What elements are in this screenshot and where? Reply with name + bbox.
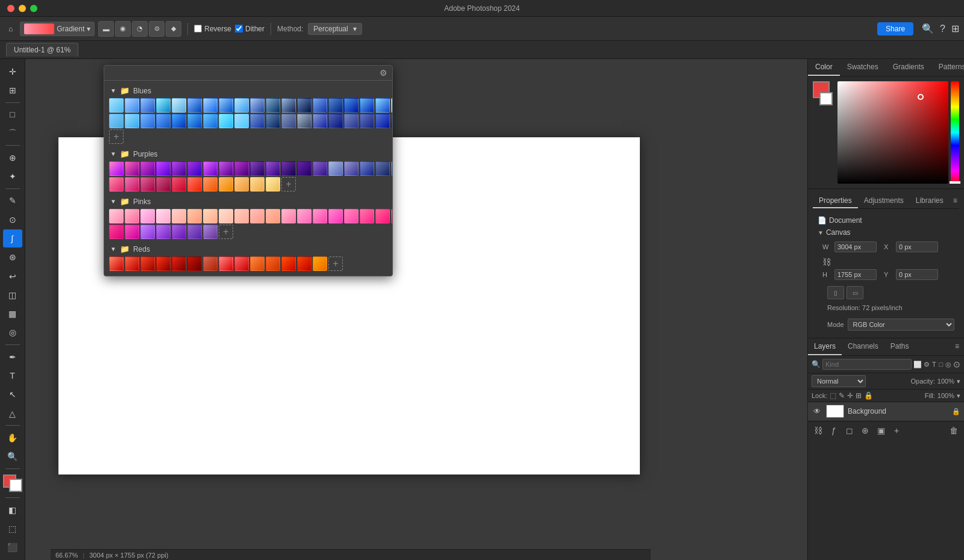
gradient-swatch-pinks-10[interactable] [266, 209, 280, 223]
angle-gradient-button[interactable]: ◔ [132, 21, 148, 37]
artboard-tool-button[interactable]: ⊞ [3, 81, 22, 99]
diamond-gradient-button[interactable]: ◆ [166, 21, 181, 37]
gradient-swatch-blues-35[interactable] [360, 114, 374, 128]
gradient-swatch-pinks-22[interactable] [156, 225, 171, 239]
gradient-swatch-purples-27[interactable] [234, 177, 249, 191]
gradient-swatch-blues-9[interactable] [250, 98, 264, 113]
gradient-swatch-purples-7[interactable] [219, 161, 233, 176]
gradient-swatch-blues-33[interactable] [328, 114, 343, 128]
gradient-swatch-purples-20[interactable] [125, 177, 139, 191]
add-gradient-button-blues[interactable]: + [109, 129, 124, 144]
popup-settings-icon[interactable]: ⚙ [380, 68, 387, 78]
gradient-swatch-blues-36[interactable] [375, 114, 390, 128]
gradient-swatch-blues-29[interactable] [266, 114, 280, 128]
gradient-swatch-blues-27[interactable] [234, 114, 249, 128]
gradient-swatch-reds-6[interactable] [203, 257, 218, 271]
y-input[interactable] [896, 269, 938, 280]
lock-artboard-icon[interactable]: ⊞ [856, 391, 862, 400]
maximize-button[interactable] [30, 5, 37, 12]
gradient-swatch-purples-26[interactable] [219, 177, 233, 191]
new-fill-layer-button[interactable]: ⊕ [859, 424, 872, 437]
method-dropdown[interactable]: Perceptual ▾ [308, 23, 362, 35]
document-tab[interactable]: Untitled-1 @ 61% [6, 43, 78, 57]
hand-button[interactable]: ✋ [3, 429, 22, 446]
gradient-swatch-blues-13[interactable] [313, 98, 327, 113]
search-icon[interactable]: 🔍 [922, 23, 934, 34]
gradient-swatch-purples-11[interactable] [281, 161, 296, 176]
gradient-swatch-blues-3[interactable] [156, 98, 171, 113]
link-icon[interactable]: ⛓ [822, 257, 831, 267]
popup-content[interactable]: ▼ 📁 Blues+▼ 📁 Purples+▼ 📁 Pinks+▼ 📁 Reds… [104, 81, 392, 276]
smart-filter-icon[interactable]: ◎ [945, 358, 951, 370]
gradient-swatch-purples-9[interactable] [250, 161, 264, 176]
gradient-swatch-purples-18[interactable] [391, 161, 392, 176]
gradient-swatch-blues-21[interactable] [140, 114, 155, 128]
rect-select-button[interactable]: □ [3, 106, 22, 123]
gradient-swatch-blues-30[interactable] [281, 114, 296, 128]
gradient-swatch-reds-4[interactable] [172, 257, 186, 271]
gradient-swatch-blues-20[interactable] [125, 114, 139, 128]
gradient-swatch-reds-12[interactable] [297, 257, 311, 271]
zoom-button[interactable]: 🔍 [3, 448, 22, 465]
gradient-swatch-blues-5[interactable] [187, 98, 202, 113]
arrange-icon[interactable]: ⊞ [951, 23, 959, 34]
clone-button[interactable]: ⊛ [3, 249, 22, 266]
layers-tab-more[interactable]: ≡ [950, 338, 964, 355]
gradient-swatch-purples-17[interactable] [375, 161, 390, 176]
link-layers-button[interactable]: ⛓ [812, 424, 825, 437]
gradient-swatch-blues-2[interactable] [140, 98, 155, 113]
reverse-checkbox[interactable] [194, 25, 202, 33]
gradient-swatch-purples-5[interactable] [187, 161, 202, 176]
gradient-swatch-purples-2[interactable] [140, 161, 155, 176]
section-header-reds[interactable]: ▼ 📁 Reds [109, 241, 387, 257]
gradient-swatch-reds-0[interactable] [109, 257, 124, 271]
add-gradient-button-reds[interactable]: + [328, 257, 343, 271]
properties-tab-more[interactable]: ≡ [950, 194, 961, 208]
shape-filter-icon[interactable]: □ [939, 358, 944, 370]
gradient-type-dropdown[interactable]: Gradient ▾ [20, 22, 95, 36]
delete-layer-button[interactable]: 🗑 [947, 424, 960, 437]
gradient-swatch-blues-8[interactable] [234, 98, 249, 113]
frame-mode-button[interactable]: ⬚ [3, 520, 22, 537]
eyedropper-button[interactable]: ✎ [3, 192, 22, 210]
measure-button[interactable]: ✦ [3, 167, 22, 185]
home-button[interactable]: ⌂ [5, 23, 16, 35]
portrait-button[interactable]: ▯ [827, 286, 844, 299]
layers-tab[interactable]: Layers [808, 338, 842, 355]
gradient-swatch-purples-12[interactable] [297, 161, 311, 176]
gradient-swatch-purples-22[interactable] [156, 177, 171, 191]
quick-mask-button[interactable]: ◧ [3, 501, 22, 518]
gradient-swatch-purples-6[interactable] [203, 161, 218, 176]
gradient-swatch-pinks-23[interactable] [172, 225, 186, 239]
gradient-swatch-purples-10[interactable] [266, 161, 280, 176]
pen-button[interactable]: ✒ [3, 348, 22, 366]
gradient-swatch-purples-19[interactable] [109, 177, 124, 191]
gradient-swatch-reds-3[interactable] [156, 257, 171, 271]
move-tool-button[interactable]: ✛ [3, 63, 22, 80]
layer-visibility-icon[interactable]: 👁 [812, 406, 822, 417]
patterns-tab[interactable]: Patterns [931, 59, 964, 76]
radial-gradient-button[interactable]: ◉ [115, 21, 131, 37]
gradient-tool-button[interactable]: ▦ [3, 305, 22, 323]
gradient-swatch-purples-25[interactable] [203, 177, 218, 191]
gradient-swatch-reds-2[interactable] [140, 257, 155, 271]
help-icon[interactable]: ? [940, 23, 945, 34]
gradient-swatch-reds-11[interactable] [281, 257, 296, 271]
gradient-swatch-pinks-4[interactable] [172, 209, 186, 223]
section-header-pinks[interactable]: ▼ 📁 Pinks [109, 194, 387, 209]
brush-button[interactable]: ∫ [3, 229, 22, 247]
gradient-swatch-pinks-17[interactable] [375, 209, 390, 223]
close-button[interactable] [7, 5, 14, 12]
gradient-swatch-pinks-13[interactable] [313, 209, 327, 223]
background-color[interactable] [9, 479, 22, 492]
paths-tab[interactable]: Paths [884, 338, 915, 355]
width-input[interactable] [834, 241, 877, 252]
libraries-tab[interactable]: Libraries [910, 194, 950, 208]
gradients-tab[interactable]: Gradients [886, 59, 931, 76]
new-group-button[interactable]: ▣ [874, 424, 887, 437]
x-input[interactable] [896, 241, 938, 252]
gradient-swatch-blues-7[interactable] [219, 98, 233, 113]
reflected-gradient-button[interactable]: ⊜ [149, 21, 164, 37]
add-style-button[interactable]: ƒ [827, 424, 840, 437]
gradient-swatch-purples-13[interactable] [313, 161, 327, 176]
